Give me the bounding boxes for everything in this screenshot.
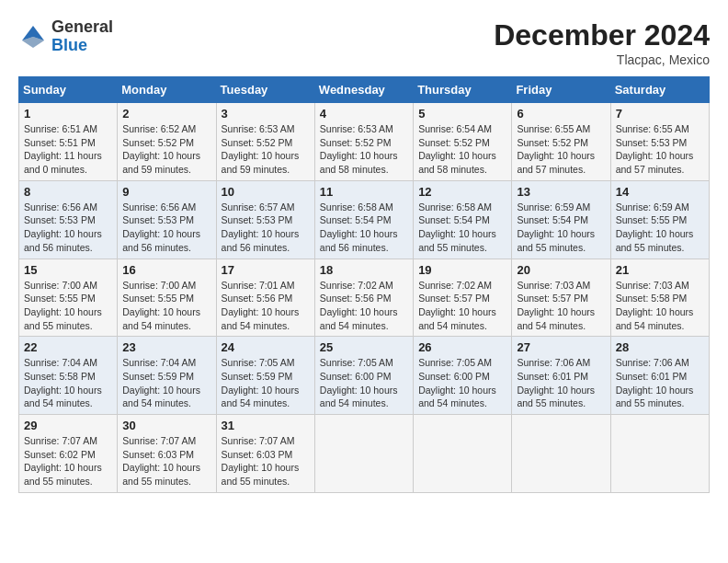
calendar-cell: 5Sunrise: 6:54 AM Sunset: 5:52 PM Daylig… (414, 103, 512, 181)
month-title: December 2024 (494, 18, 710, 52)
day-number: 25 (320, 340, 408, 354)
day-number: 1 (24, 107, 112, 121)
day-number: 11 (320, 185, 408, 199)
calendar-cell: 14Sunrise: 6:59 AM Sunset: 5:55 PM Dayli… (610, 180, 709, 259)
calendar-cell: 2Sunrise: 6:52 AM Sunset: 5:52 PM Daylig… (118, 103, 216, 181)
title-block: December 2024 Tlacpac, Mexico (494, 18, 710, 67)
calendar-cell: 24Sunrise: 7:05 AM Sunset: 5:59 PM Dayli… (216, 337, 314, 415)
calendar-week-row: 1Sunrise: 6:51 AM Sunset: 5:51 PM Daylig… (19, 103, 710, 181)
calendar-cell: 4Sunrise: 6:53 AM Sunset: 5:52 PM Daylig… (314, 103, 413, 181)
logo-general: General (51, 18, 113, 37)
calendar-body: 1Sunrise: 6:51 AM Sunset: 5:51 PM Daylig… (19, 103, 710, 493)
calendar-cell (314, 415, 413, 493)
day-number: 21 (616, 263, 704, 277)
day-detail: Sunrise: 6:53 AM Sunset: 5:52 PM Dayligh… (320, 122, 408, 177)
day-detail: Sunrise: 7:06 AM Sunset: 6:01 PM Dayligh… (517, 356, 605, 410)
day-number: 23 (122, 340, 210, 354)
day-number: 31 (222, 419, 310, 432)
calendar-cell: 10Sunrise: 6:57 AM Sunset: 5:53 PM Dayli… (216, 180, 314, 259)
day-detail: Sunrise: 7:05 AM Sunset: 5:59 PM Dayligh… (222, 356, 310, 410)
column-header-friday: Friday (512, 77, 610, 103)
calendar-cell: 28Sunrise: 7:06 AM Sunset: 6:01 PM Dayli… (610, 337, 709, 415)
calendar-cell: 26Sunrise: 7:05 AM Sunset: 6:00 PM Dayli… (414, 337, 512, 415)
day-detail: Sunrise: 6:58 AM Sunset: 5:54 PM Dayligh… (418, 201, 506, 255)
calendar-cell: 21Sunrise: 7:03 AM Sunset: 5:58 PM Dayli… (610, 259, 709, 337)
day-detail: Sunrise: 6:56 AM Sunset: 5:53 PM Dayligh… (122, 201, 210, 255)
calendar-cell: 19Sunrise: 7:02 AM Sunset: 5:57 PM Dayli… (414, 259, 512, 337)
calendar-cell: 13Sunrise: 6:59 AM Sunset: 5:54 PM Dayli… (512, 180, 610, 259)
calendar-cell: 7Sunrise: 6:55 AM Sunset: 5:53 PM Daylig… (610, 103, 709, 181)
calendar-week-row: 29Sunrise: 7:07 AM Sunset: 6:02 PM Dayli… (19, 415, 710, 493)
day-detail: Sunrise: 7:02 AM Sunset: 5:57 PM Dayligh… (418, 279, 506, 333)
calendar-header-row: SundayMondayTuesdayWednesdayThursdayFrid… (19, 77, 710, 103)
calendar-cell: 9Sunrise: 6:56 AM Sunset: 5:53 PM Daylig… (118, 180, 216, 259)
day-number: 3 (222, 107, 310, 121)
calendar-cell: 12Sunrise: 6:58 AM Sunset: 5:54 PM Dayli… (414, 180, 512, 259)
calendar-cell: 18Sunrise: 7:02 AM Sunset: 5:56 PM Dayli… (314, 259, 413, 337)
calendar-cell: 22Sunrise: 7:04 AM Sunset: 5:58 PM Dayli… (19, 337, 118, 415)
day-number: 9 (122, 185, 210, 199)
day-number: 18 (320, 263, 408, 277)
day-number: 5 (418, 107, 506, 121)
calendar-cell: 23Sunrise: 7:04 AM Sunset: 5:59 PM Dayli… (118, 337, 216, 415)
calendar-cell (610, 415, 709, 493)
day-number: 24 (222, 340, 310, 354)
calendar-cell: 31Sunrise: 7:07 AM Sunset: 6:03 PM Dayli… (216, 415, 314, 493)
day-number: 8 (24, 185, 112, 199)
day-number: 19 (418, 263, 506, 277)
calendar-cell: 20Sunrise: 7:03 AM Sunset: 5:57 PM Dayli… (512, 259, 610, 337)
calendar-cell: 1Sunrise: 6:51 AM Sunset: 5:51 PM Daylig… (19, 103, 118, 181)
day-number: 7 (616, 107, 704, 121)
day-detail: Sunrise: 7:00 AM Sunset: 5:55 PM Dayligh… (24, 279, 112, 333)
day-number: 27 (517, 340, 605, 354)
day-number: 13 (517, 185, 605, 199)
day-number: 15 (24, 263, 112, 277)
day-number: 29 (24, 419, 112, 432)
day-detail: Sunrise: 6:56 AM Sunset: 5:53 PM Dayligh… (24, 201, 112, 255)
day-number: 2 (122, 107, 210, 121)
day-detail: Sunrise: 7:02 AM Sunset: 5:56 PM Dayligh… (320, 279, 408, 333)
day-detail: Sunrise: 7:07 AM Sunset: 6:02 PM Dayligh… (24, 434, 112, 488)
logo-icon (18, 22, 48, 52)
calendar-cell: 29Sunrise: 7:07 AM Sunset: 6:02 PM Dayli… (19, 415, 118, 493)
day-number: 10 (222, 185, 310, 199)
day-number: 22 (24, 340, 112, 354)
calendar-cell: 3Sunrise: 6:53 AM Sunset: 5:52 PM Daylig… (216, 103, 314, 181)
day-detail: Sunrise: 6:53 AM Sunset: 5:52 PM Dayligh… (222, 122, 310, 177)
day-detail: Sunrise: 7:00 AM Sunset: 5:55 PM Dayligh… (122, 279, 210, 333)
day-detail: Sunrise: 7:05 AM Sunset: 6:00 PM Dayligh… (418, 356, 506, 410)
calendar-cell: 25Sunrise: 7:05 AM Sunset: 6:00 PM Dayli… (314, 337, 413, 415)
day-detail: Sunrise: 6:58 AM Sunset: 5:54 PM Dayligh… (320, 201, 408, 255)
day-number: 16 (122, 263, 210, 277)
calendar-cell: 6Sunrise: 6:55 AM Sunset: 5:52 PM Daylig… (512, 103, 610, 181)
calendar-table: SundayMondayTuesdayWednesdayThursdayFrid… (18, 76, 710, 493)
day-number: 17 (222, 263, 310, 277)
column-header-wednesday: Wednesday (314, 77, 413, 103)
day-number: 26 (418, 340, 506, 354)
day-detail: Sunrise: 6:59 AM Sunset: 5:55 PM Dayligh… (616, 201, 704, 255)
day-detail: Sunrise: 7:05 AM Sunset: 6:00 PM Dayligh… (320, 356, 408, 410)
day-number: 30 (122, 419, 210, 432)
day-detail: Sunrise: 7:04 AM Sunset: 5:58 PM Dayligh… (24, 356, 112, 410)
calendar-cell (512, 415, 610, 493)
column-header-tuesday: Tuesday (216, 77, 314, 103)
day-number: 14 (616, 185, 704, 199)
calendar-cell: 27Sunrise: 7:06 AM Sunset: 6:01 PM Dayli… (512, 337, 610, 415)
day-number: 12 (418, 185, 506, 199)
calendar-week-row: 8Sunrise: 6:56 AM Sunset: 5:53 PM Daylig… (19, 180, 710, 259)
day-detail: Sunrise: 6:57 AM Sunset: 5:53 PM Dayligh… (222, 201, 310, 255)
calendar-cell: 15Sunrise: 7:00 AM Sunset: 5:55 PM Dayli… (19, 259, 118, 337)
location: Tlacpac, Mexico (494, 52, 710, 67)
day-detail: Sunrise: 7:01 AM Sunset: 5:56 PM Dayligh… (222, 279, 310, 333)
calendar-cell (414, 415, 512, 493)
column-header-monday: Monday (118, 77, 216, 103)
day-detail: Sunrise: 7:04 AM Sunset: 5:59 PM Dayligh… (122, 356, 210, 410)
calendar-cell: 16Sunrise: 7:00 AM Sunset: 5:55 PM Dayli… (118, 259, 216, 337)
day-detail: Sunrise: 6:55 AM Sunset: 5:53 PM Dayligh… (616, 122, 704, 177)
day-detail: Sunrise: 7:06 AM Sunset: 6:01 PM Dayligh… (616, 356, 704, 410)
day-number: 28 (616, 340, 704, 354)
day-number: 20 (517, 263, 605, 277)
calendar-cell: 17Sunrise: 7:01 AM Sunset: 5:56 PM Dayli… (216, 259, 314, 337)
day-detail: Sunrise: 7:03 AM Sunset: 5:57 PM Dayligh… (517, 279, 605, 333)
column-header-sunday: Sunday (19, 77, 118, 103)
